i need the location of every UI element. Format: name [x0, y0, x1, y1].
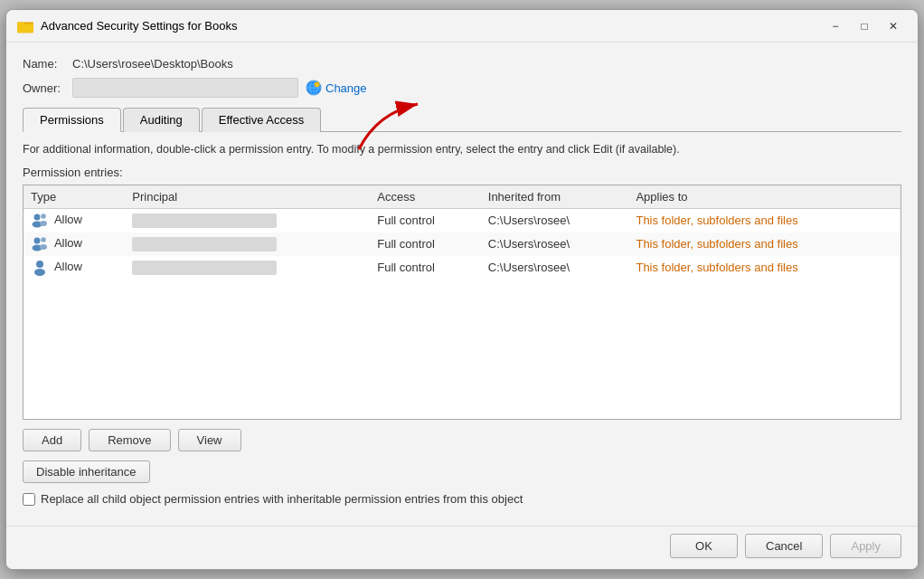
- svg-point-18: [40, 244, 47, 250]
- replace-checkbox[interactable]: [23, 493, 35, 506]
- disable-inheritance-row: Disable inheritance: [23, 460, 901, 483]
- cell-inherited: C:\Users\rosee\: [481, 256, 629, 280]
- table-row[interactable]: Allow Full control C:\Users\rosee\ This …: [24, 256, 900, 280]
- perm-action-buttons: Add Remove View: [23, 429, 901, 451]
- main-window: Advanced Security Settings for Books − □…: [5, 9, 919, 570]
- owner-value-bar: [72, 78, 298, 98]
- folder-icon: [17, 18, 33, 34]
- change-label: Change: [325, 81, 367, 95]
- principal-redacted: [132, 214, 277, 228]
- tabs-container: Permissions Auditing Effective Access: [23, 107, 901, 132]
- cancel-button[interactable]: Cancel: [745, 534, 823, 558]
- svg-point-11: [34, 214, 41, 220]
- table-header-row: Type Principal Access Inherited from App…: [24, 185, 900, 209]
- cell-applies: This folder, subfolders and files: [628, 208, 900, 233]
- user-group-icon: [31, 213, 49, 229]
- col-principal: Principal: [125, 185, 370, 209]
- permission-table-body: Allow Full control C:\Users\rosee\ This …: [24, 208, 900, 280]
- cell-principal: [125, 208, 370, 233]
- perm-entries-label: Permission entries:: [23, 166, 901, 179]
- col-access: Access: [370, 185, 481, 209]
- name-row: Name: C:\Users\rosee\Desktop\Books: [23, 57, 901, 71]
- svg-point-14: [40, 221, 47, 226]
- window-title: Advanced Security Settings for Books: [41, 19, 822, 33]
- replace-checkbox-label: Replace all child object permission entr…: [41, 492, 523, 506]
- remove-button[interactable]: Remove: [89, 429, 170, 451]
- cell-applies: This folder, subfolders and files: [628, 233, 900, 256]
- name-value: C:\Users\rosee\Desktop\Books: [72, 57, 233, 71]
- col-applies: Applies to: [628, 185, 900, 209]
- name-label: Name:: [23, 57, 72, 71]
- col-inherited: Inherited from: [481, 185, 629, 209]
- tab-auditing[interactable]: Auditing: [123, 108, 200, 132]
- cell-inherited: C:\Users\rosee\: [481, 233, 629, 256]
- svg-point-20: [34, 269, 45, 276]
- principal-redacted: [132, 237, 277, 252]
- dialog-content: Name: C:\Users\rosee\Desktop\Books Owner…: [6, 43, 918, 526]
- permission-table: Type Principal Access Inherited from App…: [24, 185, 900, 280]
- tab-effective-access[interactable]: Effective Access: [202, 108, 321, 132]
- cell-access: Full control: [370, 233, 481, 256]
- window-controls: − □ ✕: [822, 16, 907, 36]
- ok-button[interactable]: OK: [670, 534, 738, 558]
- dialog-buttons-row: OK Cancel Apply: [6, 526, 918, 569]
- cell-access: Full control: [370, 256, 481, 280]
- cell-principal: [125, 233, 370, 256]
- maximize-button[interactable]: □: [851, 16, 878, 36]
- apply-button[interactable]: Apply: [830, 534, 901, 558]
- title-bar: Advanced Security Settings for Books − □…: [6, 10, 918, 43]
- principal-redacted: [132, 261, 277, 275]
- permission-table-container[interactable]: Type Principal Access Inherited from App…: [23, 185, 901, 420]
- minimize-button[interactable]: −: [822, 16, 849, 36]
- svg-point-13: [41, 214, 46, 219]
- table-row[interactable]: Allow Full control C:\Users\rosee\ This …: [24, 233, 900, 256]
- replace-checkbox-row: Replace all child object permission entr…: [23, 492, 901, 506]
- disable-inheritance-button[interactable]: Disable inheritance: [23, 460, 150, 483]
- user-group-icon: [31, 236, 49, 252]
- col-type: Type: [24, 185, 125, 209]
- cell-type: Allow: [24, 233, 125, 256]
- owner-label: Owner:: [23, 81, 72, 95]
- svg-point-19: [36, 261, 43, 268]
- tab-permissions[interactable]: Permissions: [23, 108, 121, 132]
- svg-point-15: [34, 237, 41, 243]
- cell-principal: [125, 256, 370, 280]
- svg-rect-2: [17, 24, 33, 33]
- change-link[interactable]: Change: [306, 80, 367, 96]
- cell-access: Full control: [370, 208, 481, 233]
- owner-row: Owner: Change: [23, 78, 901, 98]
- close-button[interactable]: ✕: [880, 16, 907, 36]
- info-text: For additional information, double-click…: [23, 141, 901, 158]
- globe-icon: [306, 80, 322, 96]
- cell-type: Allow: [24, 256, 125, 280]
- view-button[interactable]: View: [178, 429, 241, 451]
- cell-type: Allow: [24, 208, 125, 233]
- cell-applies: This folder, subfolders and files: [628, 256, 900, 280]
- svg-point-17: [41, 237, 46, 242]
- add-button[interactable]: Add: [23, 429, 81, 451]
- user-icon: [31, 260, 49, 276]
- cell-inherited: C:\Users\rosee\: [481, 208, 629, 233]
- table-row[interactable]: Allow Full control C:\Users\rosee\ This …: [24, 208, 900, 233]
